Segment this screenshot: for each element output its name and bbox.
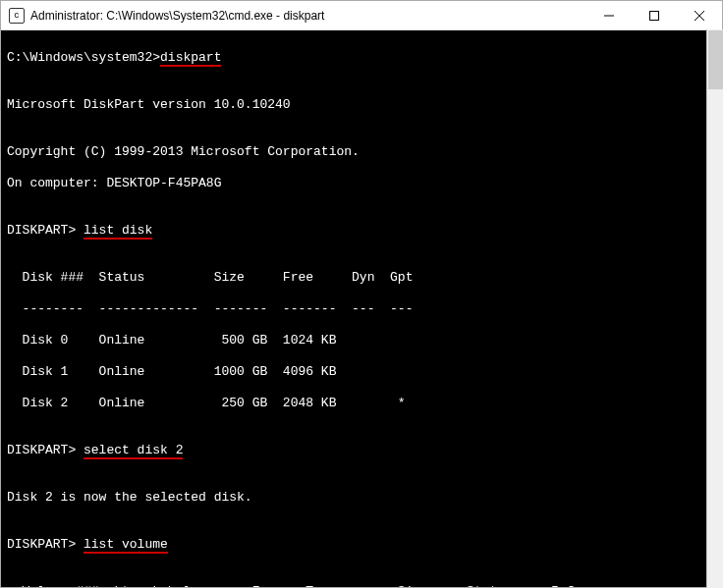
version-line: Microsoft DiskPart version 10.0.10240 [7, 97, 716, 113]
cmd-select-disk: select disk 2 [83, 443, 183, 459]
vertical-scrollbar[interactable] [706, 29, 723, 588]
prompt-path: C:\Windows\system32> [7, 50, 160, 65]
dp-prompt: DISKPART> [7, 223, 83, 238]
titlebar[interactable]: c Administrator: C:\Windows\System32\cmd… [1, 1, 722, 30]
close-button[interactable] [677, 1, 722, 30]
disk-row-0: Disk 0 Online 500 GB 1024 KB [7, 333, 716, 348]
disk-header: Disk ### Status Size Free Dyn Gpt [7, 270, 716, 286]
disk-row-1: Disk 1 Online 1000 GB 4096 KB [7, 364, 716, 380]
scrollbar-thumb[interactable] [708, 30, 723, 89]
cmd-icon: c [9, 8, 25, 24]
computer-line: On computer: DESKTOP-F45PA8G [7, 176, 716, 191]
vol-header: Volume ### Ltr Label Fs Type Size Status… [7, 584, 716, 587]
cmd-list-disk: list disk [83, 223, 152, 240]
maximize-button[interactable] [632, 1, 677, 30]
select-disk-result: Disk 2 is now the selected disk. [7, 490, 716, 506]
window-title: Administrator: C:\Windows\System32\cmd.e… [30, 9, 586, 23]
terminal-output[interactable]: C:\Windows\system32>diskpart Microsoft D… [1, 30, 722, 587]
minimize-button[interactable] [586, 1, 632, 30]
copyright-line: Copyright (C) 1999-2013 Microsoft Corpor… [7, 144, 716, 160]
disk-sep: -------- ------------- ------- ------- -… [7, 301, 716, 317]
disk-row-2: Disk 2 Online 250 GB 2048 KB * [7, 396, 716, 411]
dp-prompt: DISKPART> [7, 443, 83, 457]
svg-rect-1 [650, 11, 659, 20]
dp-prompt: DISKPART> [7, 537, 83, 552]
cmd-window: c Administrator: C:\Windows\System32\cmd… [0, 0, 723, 588]
cmd-diskpart: diskpart [160, 50, 221, 67]
cmd-list-volume: list volume [83, 537, 168, 554]
